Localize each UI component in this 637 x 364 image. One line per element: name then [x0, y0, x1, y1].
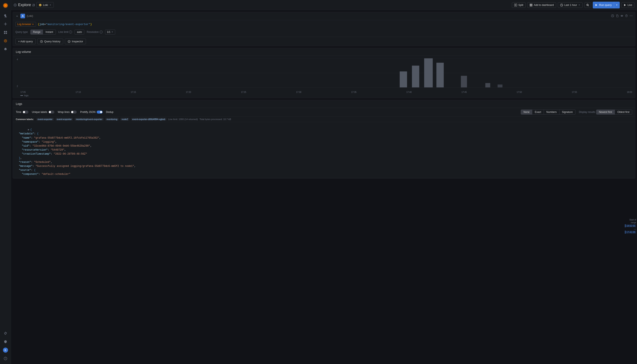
- unique-labels-toggle-label: Unique labels: [32, 110, 47, 114]
- dedup-numbers[interactable]: Numbers: [544, 110, 560, 114]
- query-type-group: Range Instant: [30, 30, 56, 34]
- sort-oldest-first[interactable]: Oldest first: [615, 110, 632, 114]
- zoom-out-icon: [586, 4, 589, 6]
- datasource-name: Loki: [43, 3, 48, 6]
- add-to-dashboard-button[interactable]: Add to dashboard: [527, 2, 556, 8]
- run-query-chevron-icon: [616, 4, 618, 6]
- tag-exporter-hash[interactable]: event-exporter-d88d4f8f4-xgbvb: [131, 118, 166, 121]
- run-query-split-button[interactable]: [614, 2, 620, 8]
- sort-newest-first[interactable]: Newest first: [596, 110, 615, 114]
- svg-point-30: [632, 16, 632, 16]
- query-type-label: Query type: [16, 30, 28, 34]
- sidebar-item-dashboards[interactable]: [2, 29, 9, 36]
- main-content: Explore L Loki Split Add to dashboard La…: [11, 0, 637, 364]
- eye-icon[interactable]: [620, 14, 623, 18]
- tag-node2[interactable]: node2: [120, 118, 129, 121]
- query-options-row: Query type Range Instant Line limit i au…: [13, 28, 635, 37]
- datasource-tag: (Loki): [27, 14, 33, 18]
- query-input-text[interactable]: {job="monitoring/event-exporter"}: [38, 23, 632, 26]
- collapse-button[interactable]: [16, 14, 19, 18]
- share-icon[interactable]: [32, 4, 35, 6]
- unique-labels-toggle[interactable]: [48, 110, 54, 114]
- sidebar-item-help[interactable]: ?: [2, 355, 9, 362]
- sidebar-item-add[interactable]: [2, 20, 9, 28]
- resolution-select[interactable]: 1/1: [105, 30, 116, 34]
- query-type-instant[interactable]: Instant: [43, 30, 56, 34]
- common-labels-row: Common labels: event-exporter event-expo…: [13, 116, 635, 122]
- time-toggle-item: Time: [16, 110, 28, 114]
- svg-point-29: [631, 16, 631, 16]
- log-volume-header: Log volume: [13, 48, 635, 56]
- sidebar-item-search[interactable]: [2, 12, 9, 20]
- tag-monitoring-event-exporter[interactable]: monitoring/event-exporter: [74, 118, 104, 121]
- dedup-exact[interactable]: Exact: [532, 110, 544, 114]
- log-expand-icon[interactable]: ▶: [28, 128, 30, 132]
- svg-point-7: [5, 40, 6, 41]
- log-browser-chevron-icon: [32, 23, 34, 25]
- datasource-selector[interactable]: L Loki: [36, 2, 54, 8]
- log-browser-button[interactable]: Log browser: [16, 22, 36, 26]
- chart-x-axis: 17:05 17:10 17:15 17:20 17:25 17:30 17:3…: [20, 91, 632, 93]
- unique-labels-toggle-item: Unique labels: [32, 110, 54, 114]
- inspector-button[interactable]: Inspector: [65, 38, 86, 44]
- svg-text:L: L: [40, 4, 41, 6]
- tag-event-exporter-1[interactable]: event-exporter: [36, 118, 54, 121]
- top-navigation: Explore L Loki Split Add to dashboard La…: [11, 0, 637, 10]
- svg-rect-14: [514, 4, 516, 6]
- query-history-button[interactable]: Query history: [37, 38, 63, 44]
- resolution-label: Resolution i: [87, 30, 102, 34]
- log-entry[interactable]: ▶{ "metadata": { "name": "grafana-55d877…: [13, 122, 635, 178]
- svg-rect-38: [424, 58, 433, 88]
- x-label-11: 18:00: [627, 91, 632, 93]
- svg-rect-4: [4, 33, 5, 34]
- time-range-label: Last 1 hour: [564, 4, 577, 6]
- x-label-6: 17:35: [351, 91, 356, 93]
- chart-area: [20, 58, 632, 88]
- sidebar-item-settings[interactable]: [2, 330, 9, 337]
- sidebar-item-shield[interactable]: [2, 338, 9, 346]
- live-button[interactable]: Live: [622, 2, 634, 8]
- copy-icon[interactable]: [616, 14, 619, 18]
- svg-rect-3: [6, 31, 7, 32]
- run-query-button[interactable]: Run query: [593, 2, 614, 8]
- resolution-value: 1/1: [107, 30, 110, 34]
- time-toggle[interactable]: [22, 110, 28, 114]
- split-button[interactable]: Split: [512, 2, 526, 8]
- sidebar: G ?: [0, 0, 11, 364]
- range-dash: —: [634, 228, 636, 230]
- query-history-icon: [40, 40, 43, 43]
- dedup-none[interactable]: None: [521, 110, 532, 114]
- dedup-signature[interactable]: Signature: [560, 110, 575, 114]
- grafana-logo[interactable]: [2, 2, 9, 9]
- history-icon[interactable]: [611, 14, 614, 18]
- more-icon[interactable]: [630, 14, 632, 18]
- x-label-5: 17:30: [296, 91, 302, 93]
- line-limit-info-icon[interactable]: i: [69, 30, 72, 34]
- dedup-group: None Exact Numbers Signature: [521, 110, 576, 114]
- dashboard-icon: [530, 4, 532, 6]
- sort-group: Newest first Oldest first: [596, 110, 632, 114]
- prettify-json-toggle[interactable]: [97, 110, 102, 114]
- logs-section: Logs Time Unique labels Wrap lines Prett…: [13, 100, 635, 178]
- sidebar-item-user[interactable]: G: [2, 346, 9, 354]
- svg-point-11: [15, 5, 16, 6]
- chart-legend: logs: [13, 94, 635, 98]
- tag-monitoring[interactable]: monitoring: [105, 118, 118, 121]
- live-label: Live: [628, 4, 632, 6]
- sidebar-item-explore[interactable]: [2, 37, 9, 45]
- time-range-chevron-icon: [578, 4, 580, 6]
- zoom-out-button[interactable]: [584, 2, 591, 8]
- svg-rect-5: [6, 33, 7, 34]
- wrap-lines-toggle[interactable]: [71, 110, 77, 114]
- x-label-3: 17:20: [186, 91, 191, 93]
- time-range-button[interactable]: Last 1 hour: [558, 2, 583, 8]
- sidebar-item-alerting[interactable]: [2, 46, 9, 53]
- add-query-button[interactable]: + Add query: [16, 38, 36, 44]
- x-label-4: 17:25: [241, 91, 246, 93]
- trash-icon[interactable]: [625, 14, 628, 18]
- resolution-info-icon[interactable]: i: [100, 30, 102, 34]
- svg-rect-41: [485, 83, 490, 88]
- query-type-range[interactable]: Range: [30, 30, 43, 34]
- line-limit-value[interactable]: auto: [74, 30, 84, 34]
- tag-event-exporter-2[interactable]: event-exporter: [56, 118, 73, 121]
